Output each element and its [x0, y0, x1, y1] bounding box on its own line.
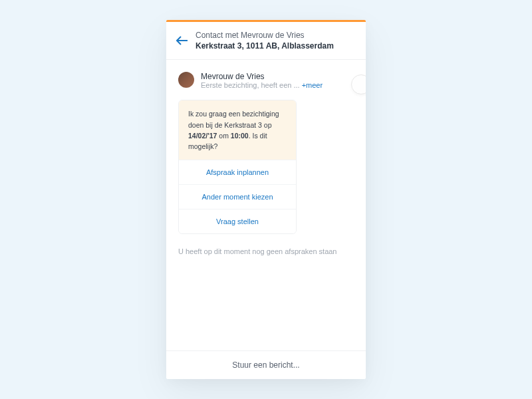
schedule-action[interactable]: Afspraak inplannen [179, 160, 296, 184]
ask-question-action[interactable]: Vraag stellen [179, 209, 296, 233]
contact-row: Mevrouw de Vries Eerste bezichting, heef… [178, 72, 354, 89]
contact-preview: Eerste bezichting, heeft een ... +meer [201, 81, 354, 89]
back-button[interactable] [176, 34, 189, 47]
content-area: Mevrouw de Vries Eerste bezichting, heef… [166, 60, 366, 350]
msg-mid: om [217, 132, 230, 140]
app-screen: Contact met Mevrouw de Vries Kerkstraat … [166, 20, 366, 379]
contact-name: Mevrouw de Vries [201, 72, 354, 81]
header-subtitle: Kerkstraat 3, 1011 AB, Alblasserdam [196, 41, 334, 51]
msg-pre: Ik zou graag een bezichtiging doen bij d… [188, 110, 279, 128]
message-card: Ik zou graag een bezichtiging doen bij d… [178, 100, 297, 234]
avatar [178, 72, 194, 88]
message-input[interactable]: Stuur een bericht... [166, 350, 366, 379]
floating-action-button[interactable] [351, 74, 366, 94]
header-text: Contact met Mevrouw de Vries Kerkstraat … [196, 30, 334, 51]
msg-date: 14/02/'17 [188, 132, 217, 140]
message-body: Ik zou graag een bezichtiging doen bij d… [179, 100, 296, 160]
header-title: Contact met Mevrouw de Vries [196, 30, 334, 41]
contact-info: Mevrouw de Vries Eerste bezichting, heef… [201, 72, 354, 89]
arrow-left-icon [176, 36, 188, 45]
more-link[interactable]: +meer [302, 81, 323, 89]
status-text: U heeft op dit moment nog geen afspraken… [178, 246, 354, 257]
header: Contact met Mevrouw de Vries Kerkstraat … [166, 22, 366, 60]
msg-time: 10:00 [231, 132, 249, 140]
preview-text: Eerste bezichting, heeft een ... [201, 81, 300, 89]
other-time-action[interactable]: Ander moment kiezen [179, 184, 296, 209]
